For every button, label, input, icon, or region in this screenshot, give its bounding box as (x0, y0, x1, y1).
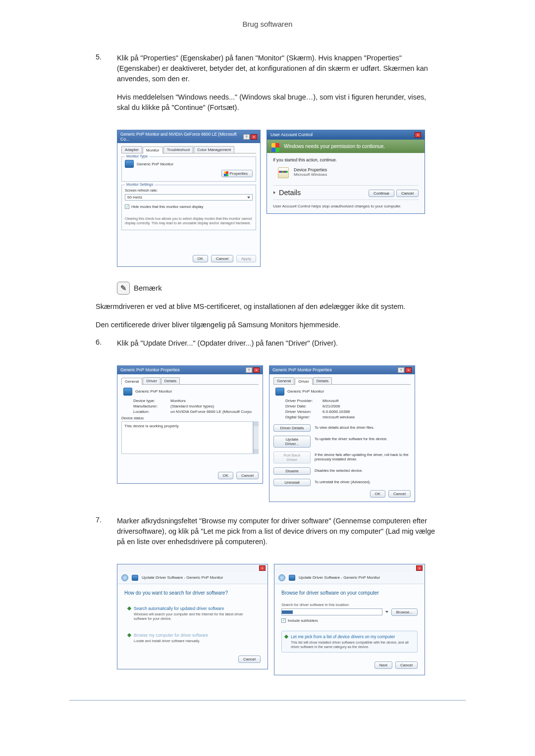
update-driver-wizard-2: × Update Driver Software - Generic PnP M… (274, 564, 425, 675)
option-title: Browse my computer for driver software (134, 633, 256, 638)
label-manufacturer: Manufacturer: (133, 404, 170, 408)
chevron-down-icon[interactable] (385, 611, 388, 613)
tab-details[interactable]: Details (161, 377, 180, 384)
help-icon[interactable]: ? (243, 134, 250, 140)
ok-button[interactable]: OK (193, 255, 209, 262)
step-6-number: 6. (96, 338, 117, 356)
cancel-button[interactable]: Cancel (238, 655, 261, 663)
monitor-icon (275, 388, 284, 396)
roll-back-desc: If the device fails after updating the d… (315, 452, 411, 463)
continue-button[interactable]: Continue (369, 190, 394, 197)
location-input[interactable] (281, 608, 382, 615)
uninstall-button[interactable]: Uninstall (273, 479, 311, 486)
label-driver-date: Driver Date: (285, 404, 322, 408)
update-driver-wizard-1: × Update Driver Software - Generic PnP M… (117, 564, 268, 669)
page-title: Brug softwaren (0, 20, 535, 28)
step-5-para-1: Klik på "Properties" (Egenskaber) på fan… (117, 53, 441, 84)
breadcrumb: Update Driver Software - Generic PnP Mon… (299, 575, 380, 580)
option-search-auto[interactable]: Search automatically for updated driver … (124, 603, 261, 624)
cancel-button[interactable]: Cancel (236, 472, 259, 479)
device-status-label: Device status (121, 416, 259, 420)
cancel-button[interactable]: Cancel (211, 255, 233, 262)
help-icon[interactable]: ? (246, 367, 252, 373)
label-driver-provider: Driver Provider: (285, 399, 322, 403)
value-digital-signer: microsoft windows (322, 415, 355, 419)
device-name: Generic PnP Monitor (135, 389, 172, 394)
note-para-1: Skærmdriveren er ved at blive MS-certifi… (96, 302, 441, 312)
back-icon[interactable] (278, 574, 285, 581)
location-label: Search for driver software in this locat… (281, 603, 418, 607)
tab-troubleshoot[interactable]: Troubleshoot (163, 146, 193, 153)
monitor-icon (132, 575, 138, 581)
apply-button[interactable]: Apply (236, 255, 256, 262)
disable-button[interactable]: Disable (273, 467, 311, 475)
hide-modes-label: Hide modes that this monitor cannot disp… (131, 204, 204, 209)
update-driver-button[interactable]: Update Driver... (273, 436, 311, 448)
back-icon[interactable] (121, 574, 128, 581)
tab-adapter[interactable]: Adapter (121, 146, 142, 153)
hide-modes-checkbox[interactable]: ✓ (125, 204, 129, 209)
scrollbar[interactable] (253, 421, 259, 454)
monitor-icon (125, 160, 134, 168)
value-device-type: Monitors (170, 399, 186, 403)
driver-details-button[interactable]: Driver Details (273, 424, 311, 432)
driver-details-desc: To view details about the driver files. (315, 424, 411, 432)
hide-modes-desc: Clearing this check box allows you to se… (125, 217, 253, 226)
chevron-down-icon[interactable] (273, 191, 275, 194)
roll-back-driver-button[interactable]: Roll Back Driver (273, 452, 311, 463)
help-icon[interactable]: ? (398, 367, 404, 373)
step-5-number: 5. (96, 53, 117, 121)
cancel-button[interactable]: Cancel (395, 661, 418, 669)
ok-button[interactable]: OK (218, 472, 234, 479)
close-icon[interactable]: × (415, 132, 421, 138)
refresh-rate-label: Screen refresh rate: (125, 188, 253, 193)
value-driver-version: 6.0.6000.16386 (322, 409, 350, 414)
general-properties-window: Generic PnP Monitor Properties ?× Genera… (117, 365, 263, 484)
uac-app-publisher: Microsoft Windows (294, 172, 327, 177)
label-driver-version: Driver Version: (285, 409, 322, 414)
uac-details-link[interactable]: Details (279, 189, 301, 197)
breadcrumb: Update Driver Software - Generic PnP Mon… (142, 575, 223, 580)
tab-general[interactable]: General (273, 377, 294, 384)
option-browse-computer[interactable]: Browse my computer for driver software L… (124, 629, 261, 647)
window-title: Generic PnP Monitor Properties (272, 367, 332, 372)
step-7-number: 7. (96, 516, 117, 555)
tab-monitor[interactable]: Monitor (143, 147, 163, 153)
uac-title: User Account Control (270, 132, 313, 138)
refresh-rate-value: 60 Hertz (127, 195, 142, 200)
include-subfolders-checkbox[interactable]: ✓ (281, 618, 286, 623)
close-icon[interactable]: × (405, 367, 412, 373)
step-5-para-2: Hvis meddelelsen "Windows needs..." (Win… (117, 92, 441, 113)
note-icon: ✎ (117, 282, 130, 295)
footer-rule (69, 700, 466, 701)
wizard-heading: Browse for driver software on your compu… (281, 590, 418, 596)
close-icon[interactable]: × (259, 565, 266, 571)
cancel-button[interactable]: Cancel (388, 490, 411, 498)
value-driver-provider: Microsoft (322, 399, 338, 403)
tab-details[interactable]: Details (313, 377, 332, 384)
tab-color-management[interactable]: Color Management (194, 146, 234, 153)
tab-general[interactable]: General (121, 378, 142, 385)
properties-button[interactable]: Properties (221, 170, 253, 177)
ok-button[interactable]: OK (370, 490, 386, 498)
close-icon[interactable]: × (253, 367, 260, 373)
option-desc: Locate and install driver software manua… (134, 639, 256, 643)
next-button[interactable]: Next (374, 661, 392, 669)
monitor-window-title: Generic PnP Monitor and NVIDIA GeForce 6… (120, 132, 243, 142)
label-location: Location: (133, 409, 170, 414)
close-icon[interactable]: × (416, 565, 423, 571)
tab-driver[interactable]: Driver (143, 377, 160, 384)
browse-button[interactable]: Browse... (391, 608, 418, 616)
option-pick-from-list[interactable]: Let me pick from a list of device driver… (281, 631, 418, 653)
value-manufacturer: (Standard monitor types) (170, 404, 214, 408)
option-desc: This list will show installed driver sof… (291, 640, 413, 649)
monitor-tabs: Adapter Monitor Troubleshoot Color Manag… (121, 146, 256, 153)
close-icon[interactable]: × (251, 134, 257, 140)
refresh-rate-select[interactable]: 60 Hertz (125, 194, 253, 201)
cancel-button[interactable]: Cancel (396, 190, 419, 197)
value-location: on NVIDIA GeForce 6600 LE (Microsoft Cor… (170, 409, 252, 414)
tab-driver[interactable]: Driver (295, 378, 312, 385)
device-properties-icon (278, 167, 289, 178)
uninstall-desc: To uninstall the driver (Advanced). (315, 479, 411, 486)
uac-heading: Windows needs your permission to contion… (267, 140, 425, 153)
